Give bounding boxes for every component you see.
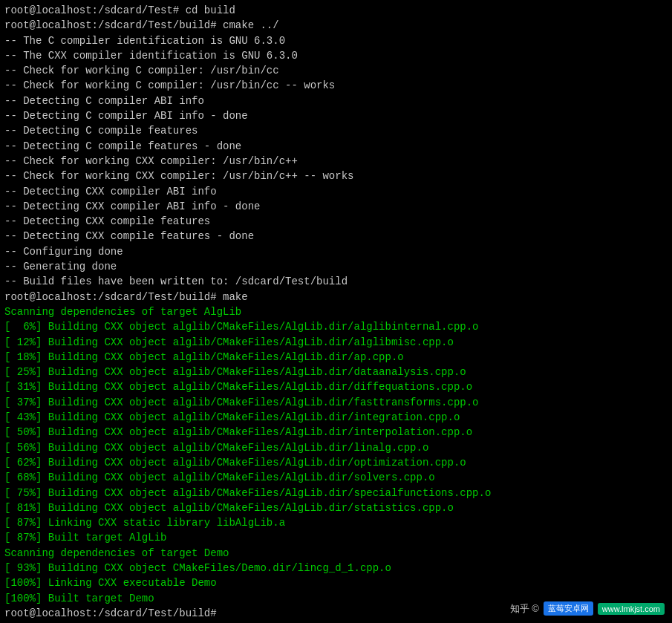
terminal-line: -- Build files have been written to: /sd… — [4, 274, 668, 289]
terminal-line: -- Detecting CXX compiler ABI info — [4, 184, 668, 199]
terminal-line: -- Detecting C compiler ABI info — [4, 94, 668, 108]
terminal-line: -- Check for working C compiler: /usr/bi… — [4, 63, 668, 78]
terminal-line: Scanning dependencies of target Demo — [4, 546, 668, 561]
terminal-line: [100%] Linking CXX executable Demo — [4, 575, 668, 590]
terminal-line: -- Detecting CXX compile features - done — [4, 229, 668, 244]
terminal-line: [ 56%] Building CXX object alglib/CMakeF… — [4, 440, 668, 455]
terminal-line: -- The C compiler identification is GNU … — [4, 33, 668, 48]
terminal-line: [ 93%] Building CXX object CMakeFiles/De… — [4, 561, 668, 575]
terminal-line: [ 43%] Building CXX object alglib/CMakeF… — [4, 410, 668, 425]
terminal-line: -- Check for working CXX compiler: /usr/… — [4, 154, 668, 169]
terminal-line: [ 18%] Building CXX object alglib/CMakeF… — [4, 350, 668, 365]
terminal-line: -- Detecting C compiler ABI info - done — [4, 108, 668, 123]
badge2: www.lmkjst.com — [598, 603, 665, 615]
terminal-line: [ 31%] Building CXX object alglib/CMakeF… — [4, 379, 668, 394]
terminal-line: [ 62%] Building CXX object alglib/CMakeF… — [4, 455, 668, 470]
terminal-line: -- The CXX compiler identification is GN… — [4, 48, 668, 63]
terminal-line: -- Detecting CXX compile features — [4, 214, 668, 229]
terminal-line: -- Detecting C compile features - done — [4, 139, 668, 154]
terminal-line: [ 37%] Building CXX object alglib/CMakeF… — [4, 395, 668, 410]
terminal-line: -- Configuring done — [4, 244, 668, 259]
terminal-line: [ 68%] Building CXX object alglib/CMakeF… — [4, 470, 668, 485]
terminal-line: -- Detecting C compile features — [4, 123, 668, 138]
terminal-line: [ 50%] Building CXX object alglib/CMakeF… — [4, 425, 668, 440]
terminal-line: -- Generating done — [4, 259, 668, 274]
terminal-line: [ 87%] Linking CXX static library libAlg… — [4, 515, 668, 530]
terminal-line: [ 25%] Building CXX object alglib/CMakeF… — [4, 365, 668, 379]
terminal-line: root@localhost:/sdcard/Test/build# cmake… — [4, 18, 668, 33]
badge1: 蓝莓安卓网 — [544, 601, 593, 616]
terminal-line: -- Detecting CXX compiler ABI info - don… — [4, 199, 668, 214]
terminal-line: [ 75%] Building CXX object alglib/CMakeF… — [4, 486, 668, 500]
terminal-line: root@localhost:/sdcard/Test/build# make — [4, 290, 668, 304]
terminal-line: Scanning dependencies of target AlgLib — [4, 304, 668, 319]
watermark: 知乎 © 蓝莓安卓网 www.lmkjst.com — [510, 601, 665, 616]
terminal-line: root@localhost:/sdcard/Test# cd build — [4, 3, 668, 18]
terminal-line: [ 12%] Building CXX object alglib/CMakeF… — [4, 335, 668, 350]
zhihu-label: 知乎 © — [510, 602, 539, 616]
terminal[interactable]: root@localhost:/sdcard/Test# cd buildroo… — [0, 0, 672, 623]
terminal-line: [ 6%] Building CXX object alglib/CMakeFi… — [4, 319, 668, 334]
terminal-line: [ 81%] Building CXX object alglib/CMakeF… — [4, 500, 668, 515]
terminal-line: -- Check for working C compiler: /usr/bi… — [4, 78, 668, 93]
terminal-line: -- Check for working CXX compiler: /usr/… — [4, 169, 668, 183]
terminal-line: [ 87%] Built target AlgLib — [4, 530, 668, 545]
